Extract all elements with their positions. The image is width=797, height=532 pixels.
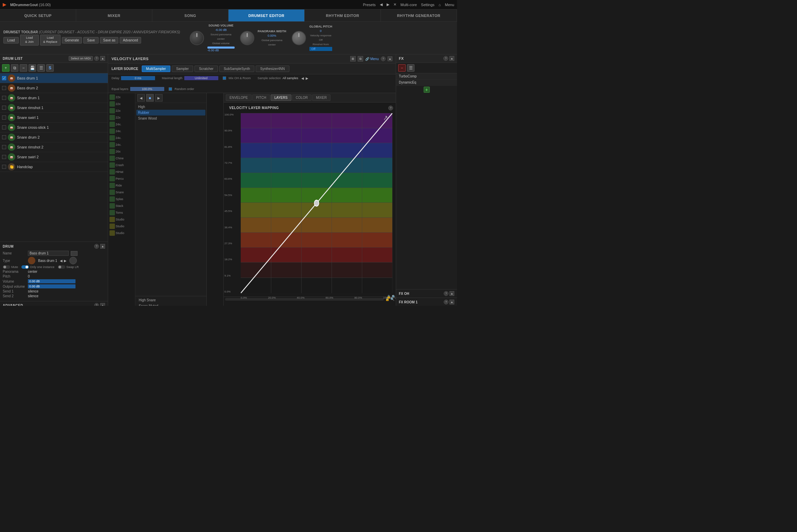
- delay-bar[interactable]: 0 ms: [121, 76, 155, 80]
- fx-add-btn[interactable]: +: [424, 87, 430, 93]
- list-drum-btn[interactable]: ☰: [37, 64, 45, 72]
- sample-prev[interactable]: ◀: [137, 94, 145, 102]
- advanced-help[interactable]: ?: [94, 303, 99, 306]
- drum-check[interactable]: [2, 135, 6, 139]
- tab-layers[interactable]: LAYERS: [271, 94, 291, 101]
- nav-extra[interactable]: ✕: [393, 2, 396, 7]
- list-item[interactable]: 🥁 Snare swirl 2: [0, 152, 108, 162]
- drum-check[interactable]: [2, 96, 6, 100]
- list-item[interactable]: Splas: [109, 196, 134, 202]
- add-drum-btn[interactable]: +: [2, 64, 10, 72]
- menu-link[interactable]: 🔗 Menu: [365, 57, 379, 61]
- list-item[interactable]: 🥁 Bass drum 2: [0, 83, 108, 93]
- vel-layers-help[interactable]: ?: [381, 56, 386, 61]
- list-item[interactable]: Snare: [109, 189, 134, 196]
- drum-check[interactable]: [2, 106, 6, 110]
- load-join-button[interactable]: Load& Join: [20, 35, 39, 45]
- drum-check[interactable]: [2, 125, 6, 129]
- remove-drum-btn[interactable]: −: [20, 64, 27, 72]
- list-item[interactable]: Studio: [109, 230, 134, 236]
- save-as-button[interactable]: Save as: [100, 37, 118, 43]
- advanced-button[interactable]: Advanced: [120, 37, 141, 43]
- tab-quick-setup[interactable]: QUICK SETUP: [0, 10, 76, 21]
- select-on-midi-btn[interactable]: Select on MIDI: [69, 56, 93, 61]
- sound-volume-knob[interactable]: [190, 31, 204, 45]
- swap-lr-toggle[interactable]: Swap LR: [58, 265, 79, 269]
- list-item[interactable]: 22x: [109, 101, 134, 107]
- vel-chart-help[interactable]: ?: [388, 106, 393, 110]
- sort-drum-btn[interactable]: S: [46, 64, 54, 72]
- zoom-icon[interactable]: 🔍: [392, 295, 396, 299]
- list-item[interactable]: 24x.: [109, 141, 134, 148]
- list-item[interactable]: Toms: [109, 209, 134, 216]
- list-item[interactable]: Percu: [109, 175, 134, 182]
- sample-sel-next[interactable]: ▶: [306, 76, 308, 80]
- list-item[interactable]: Snare Muted: [137, 303, 205, 306]
- paste-icon[interactable]: ⧉: [358, 56, 363, 61]
- list-item[interactable]: Crash: [109, 162, 134, 169]
- load-button[interactable]: Load: [3, 37, 19, 43]
- lock-icon[interactable]: 🔒: [387, 295, 391, 299]
- global-pitch-knob[interactable]: [292, 31, 306, 45]
- drum-check[interactable]: [2, 165, 6, 169]
- sample-play[interactable]: ●: [146, 94, 154, 102]
- sample-sel-prev[interactable]: ◀: [301, 76, 304, 80]
- type-nav-prev[interactable]: ◀: [60, 259, 63, 263]
- save-button[interactable]: Save: [83, 37, 99, 43]
- drum-props-expand[interactable]: ▲: [100, 244, 105, 249]
- tab-scratcher[interactable]: Scratcher: [194, 66, 218, 72]
- list-item[interactable]: ✓ 🥁 Bass drum 1: [0, 73, 108, 83]
- list-item[interactable]: Rubber: [136, 110, 205, 116]
- list-item[interactable]: 26x: [109, 148, 134, 155]
- list-item[interactable]: 🥁 Snare rimshot 2: [0, 142, 108, 152]
- one-instance-switch[interactable]: [21, 265, 29, 269]
- copy-drum-btn[interactable]: ⧉: [11, 64, 18, 72]
- drum-check[interactable]: [2, 145, 6, 149]
- output-volume-bar[interactable]: 0.00 dB: [28, 284, 75, 288]
- tab-mixer[interactable]: MIXER: [312, 94, 330, 101]
- list-item[interactable]: 24x.: [109, 128, 134, 135]
- advanced-expand[interactable]: ▲: [100, 303, 105, 306]
- tab-sampler[interactable]: Sampler: [172, 66, 193, 72]
- drum-name-input[interactable]: [28, 251, 69, 256]
- mute-switch[interactable]: [3, 265, 10, 269]
- fx-menu[interactable]: ☰: [407, 64, 414, 72]
- mix-oh-checkbox[interactable]: [223, 76, 226, 80]
- drum-check[interactable]: [2, 86, 6, 90]
- tab-subsamplesynth[interactable]: SubSampleSynth: [219, 66, 254, 72]
- list-item[interactable]: Snare Wood: [136, 116, 205, 121]
- list-item[interactable]: 22x: [109, 114, 134, 121]
- list-item[interactable]: Ride: [109, 182, 134, 189]
- copy-icon[interactable]: ⊞: [350, 56, 356, 61]
- drum-type-knob[interactable]: [69, 257, 77, 264]
- list-item[interactable]: HiHat: [109, 169, 134, 175]
- list-item[interactable]: 👏 Handclap: [0, 162, 108, 172]
- list-item[interactable]: High Snare: [137, 297, 205, 303]
- fx-room1-expand[interactable]: ▲: [450, 300, 454, 304]
- fx-expand[interactable]: ▲: [450, 56, 454, 61]
- drum-check[interactable]: [2, 116, 6, 120]
- max-length-bar[interactable]: Unlimited: [184, 76, 218, 80]
- vel-layers-expand[interactable]: ▲: [388, 56, 392, 61]
- fx-room1-help[interactable]: ?: [444, 300, 448, 304]
- one-instance-toggle[interactable]: Only one instance: [21, 265, 54, 269]
- tab-drumset-editor[interactable]: DRUMSET EDITOR: [228, 10, 305, 21]
- list-item[interactable]: Chine: [109, 155, 134, 162]
- menu-button[interactable]: Menu: [445, 3, 454, 7]
- tab-mixer[interactable]: MIXER: [76, 10, 152, 21]
- type-nav-next[interactable]: ▶: [64, 259, 67, 263]
- panorama-width-knob[interactable]: [240, 31, 254, 45]
- tab-pitch[interactable]: PITCH: [252, 94, 270, 101]
- drum-list-expand[interactable]: ▲: [100, 56, 105, 61]
- tab-synthesizer4nn[interactable]: Synthesizer4NN: [256, 66, 289, 72]
- fx-item-dynamiceq[interactable]: DynamicEq: [396, 79, 457, 86]
- nav-next[interactable]: ▶: [387, 2, 389, 7]
- tab-envelope[interactable]: ENVELOPE: [226, 94, 252, 101]
- list-item[interactable]: Studio: [109, 223, 134, 230]
- tab-color[interactable]: COLOR: [292, 94, 312, 101]
- save-drum-btn[interactable]: 💾: [29, 64, 36, 72]
- drum-check[interactable]: [2, 155, 6, 159]
- tab-rhythm-generator[interactable]: RHYTHM GENERATOR: [381, 10, 457, 21]
- list-item[interactable]: 24x.: [109, 135, 134, 141]
- list-item[interactable]: 24x.: [109, 121, 134, 128]
